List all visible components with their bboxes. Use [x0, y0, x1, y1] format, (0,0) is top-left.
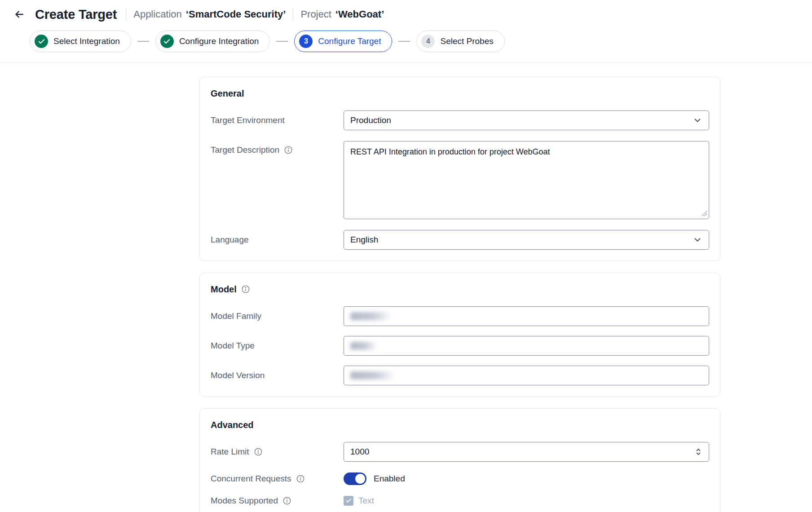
step-connector	[137, 41, 149, 42]
target-environment-value: Production	[350, 115, 391, 125]
advanced-section: Advanced Rate Limit	[199, 408, 720, 512]
language-label: Language	[211, 235, 249, 245]
step-label: Select Probes	[440, 36, 493, 46]
mode-text-label: Text	[358, 496, 374, 506]
application-value: ‘SmartCode Security’	[186, 9, 286, 20]
breadcrumb-application: Application ‘SmartCode Security’	[133, 9, 286, 20]
target-description-row: Target Description REST API Integration …	[211, 141, 709, 219]
advanced-section-title: Advanced	[211, 420, 254, 430]
info-icon[interactable]	[296, 474, 305, 483]
step-label: Configure Integration	[179, 36, 259, 46]
arrow-left-icon	[13, 9, 25, 20]
language-value: English	[350, 235, 378, 245]
page-title: Create Target	[35, 7, 117, 22]
target-environment-field: Production	[344, 110, 709, 130]
concurrent-requests-toggle[interactable]	[344, 472, 366, 485]
create-target-page: Create Target Application ‘SmartCode Sec…	[0, 0, 812, 512]
step-select-integration[interactable]: Select Integration	[30, 31, 131, 52]
concurrent-requests-label-wrap: Concurrent Requests	[211, 474, 344, 484]
topbar: Create Target Application ‘SmartCode Sec…	[0, 0, 812, 29]
rate-limit-label: Rate Limit	[211, 447, 249, 457]
step-configure-target[interactable]: 3 Configure Target	[294, 31, 392, 52]
model-type-label: Model Type	[211, 341, 255, 351]
info-icon[interactable]	[241, 285, 250, 294]
modes-supported-field: Text	[344, 496, 709, 506]
concurrent-requests-label: Concurrent Requests	[211, 474, 291, 484]
rate-limit-input[interactable]	[344, 442, 709, 462]
check-icon	[345, 498, 352, 504]
model-version-field	[344, 366, 709, 385]
step-configure-integration[interactable]: Configure Integration	[155, 31, 270, 52]
target-description-label: Target Description	[211, 145, 279, 155]
wizard-stepper: Select Integration Configure Integration…	[0, 29, 812, 62]
modes-supported-row: Modes Supported Text	[211, 496, 709, 506]
general-section: General Target Environment Production	[199, 77, 720, 261]
model-version-label-wrap: Model Version	[211, 371, 344, 380]
model-version-row: Model Version	[211, 366, 709, 385]
concurrent-requests-field: Enabled	[344, 472, 709, 485]
model-section-title: Model	[211, 284, 237, 295]
breadcrumb-project: Project ‘WebGoat’	[300, 9, 384, 20]
application-label: Application	[133, 9, 182, 20]
general-section-title: General	[211, 88, 244, 99]
model-section: Model Model Family Model Type	[199, 273, 720, 397]
number-stepper-icon[interactable]	[693, 446, 704, 457]
model-family-input[interactable]	[344, 306, 709, 326]
step-number-badge: 3	[299, 35, 313, 48]
target-environment-select[interactable]: Production	[344, 110, 709, 130]
form-content: General Target Environment Production	[199, 77, 720, 512]
check-icon	[38, 38, 45, 45]
model-type-input[interactable]	[344, 336, 709, 356]
step-connector	[276, 41, 288, 42]
model-family-label: Model Family	[211, 311, 261, 321]
rate-limit-row: Rate Limit	[211, 442, 709, 462]
resize-grip-icon[interactable]	[701, 210, 708, 217]
model-family-row: Model Family	[211, 306, 709, 326]
model-version-label: Model Version	[211, 371, 265, 380]
info-icon[interactable]	[254, 447, 263, 456]
target-environment-label: Target Environment	[211, 115, 285, 125]
language-select[interactable]: English	[344, 230, 709, 250]
rate-limit-label-wrap: Rate Limit	[211, 447, 344, 457]
toggle-knob	[355, 474, 365, 484]
project-label: Project	[300, 9, 331, 20]
info-icon[interactable]	[282, 496, 291, 505]
language-field: English	[344, 230, 709, 250]
general-section-header: General	[211, 88, 709, 99]
redacted-value	[350, 371, 395, 380]
redacted-value	[350, 342, 377, 350]
model-type-row: Model Type	[211, 336, 709, 356]
target-environment-label-wrap: Target Environment	[211, 115, 344, 125]
model-version-input[interactable]	[344, 366, 709, 385]
model-family-label-wrap: Model Family	[211, 311, 344, 321]
model-type-label-wrap: Model Type	[211, 341, 344, 351]
project-value: ‘WebGoat’	[335, 9, 384, 20]
breadcrumb-divider	[126, 8, 126, 21]
model-family-field	[344, 306, 709, 326]
modes-supported-label: Modes Supported	[211, 496, 278, 506]
back-button[interactable]	[11, 6, 28, 23]
rate-limit-field	[344, 442, 709, 462]
language-label-wrap: Language	[211, 235, 344, 245]
model-section-header: Model	[211, 284, 709, 295]
breadcrumb-divider	[293, 8, 293, 21]
header-divider	[0, 62, 812, 62]
mode-text-checkbox[interactable]	[344, 496, 353, 506]
modes-supported-label-wrap: Modes Supported	[211, 496, 344, 506]
step-connector	[398, 41, 410, 42]
target-description-label-wrap: Target Description	[211, 141, 344, 155]
check-icon	[163, 38, 171, 45]
target-description-textarea[interactable]: REST API Integration in production for p…	[344, 141, 709, 219]
step-completed-badge	[35, 35, 48, 48]
step-completed-badge	[160, 35, 174, 48]
redacted-value	[350, 312, 392, 320]
chevron-down-icon	[693, 235, 702, 245]
target-description-field: REST API Integration in production for p…	[344, 141, 709, 219]
language-row: Language English	[211, 230, 709, 250]
info-icon[interactable]	[284, 146, 293, 154]
step-select-probes[interactable]: 4 Select Probes	[416, 31, 504, 52]
concurrent-requests-row: Concurrent Requests Enabled	[211, 472, 709, 485]
chevron-down-icon	[693, 115, 702, 125]
target-environment-row: Target Environment Production	[211, 110, 709, 130]
step-number-badge: 4	[421, 35, 435, 48]
